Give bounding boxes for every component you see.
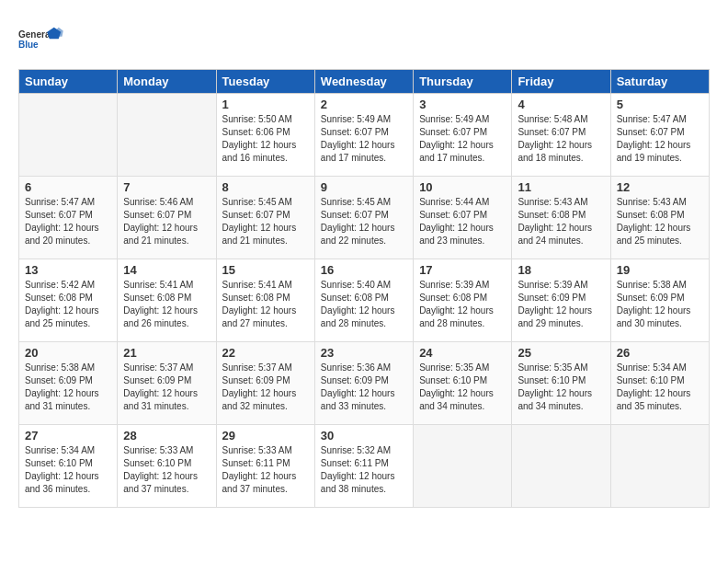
calendar-cell: 28Sunrise: 5:33 AM Sunset: 6:10 PM Dayli… [118, 425, 216, 508]
day-number: 22 [222, 346, 309, 360]
day-number: 7 [123, 180, 210, 194]
day-info: Sunrise: 5:36 AM Sunset: 6:09 PM Dayligh… [321, 362, 407, 413]
calendar-cell: 6Sunrise: 5:47 AM Sunset: 6:07 PM Daylig… [19, 177, 118, 259]
day-number: 13 [25, 263, 111, 277]
day-info: Sunrise: 5:35 AM Sunset: 6:10 PM Dayligh… [419, 362, 506, 413]
col-header-sunday: Sunday [19, 70, 118, 94]
day-number: 25 [518, 346, 604, 360]
day-info: Sunrise: 5:43 AM Sunset: 6:08 PM Dayligh… [518, 196, 604, 247]
col-header-monday: Monday [118, 70, 216, 94]
day-info: Sunrise: 5:50 AM Sunset: 6:06 PM Dayligh… [222, 113, 309, 165]
day-info: Sunrise: 5:47 AM Sunset: 6:07 PM Dayligh… [25, 196, 111, 247]
day-info: Sunrise: 5:49 AM Sunset: 6:07 PM Dayligh… [419, 113, 506, 165]
week-row-4: 20Sunrise: 5:38 AM Sunset: 6:09 PM Dayli… [19, 342, 710, 425]
day-number: 3 [419, 98, 506, 111]
day-number: 19 [617, 263, 703, 277]
calendar-cell: 7Sunrise: 5:46 AM Sunset: 6:07 PM Daylig… [118, 177, 216, 259]
col-header-tuesday: Tuesday [216, 70, 314, 94]
calendar-cell [610, 425, 709, 508]
day-number: 16 [321, 263, 407, 277]
calendar-cell: 27Sunrise: 5:34 AM Sunset: 6:10 PM Dayli… [19, 425, 118, 508]
day-info: Sunrise: 5:44 AM Sunset: 6:07 PM Dayligh… [419, 196, 506, 247]
calendar-cell: 19Sunrise: 5:38 AM Sunset: 6:09 PM Dayli… [610, 259, 709, 342]
calendar-cell: 22Sunrise: 5:37 AM Sunset: 6:09 PM Dayli… [216, 342, 314, 425]
day-number: 10 [419, 180, 506, 194]
day-number: 24 [419, 346, 506, 360]
day-info: Sunrise: 5:43 AM Sunset: 6:08 PM Dayligh… [617, 196, 703, 247]
calendar-cell: 21Sunrise: 5:37 AM Sunset: 6:09 PM Dayli… [118, 342, 216, 425]
calendar-cell: 13Sunrise: 5:42 AM Sunset: 6:08 PM Dayli… [19, 259, 118, 342]
calendar-cell: 30Sunrise: 5:32 AM Sunset: 6:11 PM Dayli… [314, 425, 413, 508]
calendar-cell [414, 425, 512, 508]
calendar-cell: 5Sunrise: 5:47 AM Sunset: 6:07 PM Daylig… [610, 94, 709, 177]
day-number: 17 [419, 263, 506, 277]
day-info: Sunrise: 5:33 AM Sunset: 6:11 PM Dayligh… [222, 444, 309, 496]
day-info: Sunrise: 5:46 AM Sunset: 6:07 PM Dayligh… [123, 196, 210, 247]
col-header-wednesday: Wednesday [314, 70, 413, 94]
logo-svg: General Blue [18, 18, 64, 60]
calendar-cell: 1Sunrise: 5:50 AM Sunset: 6:06 PM Daylig… [216, 94, 314, 177]
day-info: Sunrise: 5:40 AM Sunset: 6:08 PM Dayligh… [321, 279, 407, 330]
day-info: Sunrise: 5:34 AM Sunset: 6:10 PM Dayligh… [617, 362, 703, 413]
day-number: 20 [25, 346, 111, 360]
day-info: Sunrise: 5:38 AM Sunset: 6:09 PM Dayligh… [617, 279, 703, 330]
week-row-5: 27Sunrise: 5:34 AM Sunset: 6:10 PM Dayli… [19, 425, 710, 508]
day-info: Sunrise: 5:35 AM Sunset: 6:10 PM Dayligh… [518, 362, 604, 413]
day-info: Sunrise: 5:34 AM Sunset: 6:10 PM Dayligh… [25, 444, 111, 496]
day-number: 4 [518, 98, 604, 111]
svg-text:Blue: Blue [18, 40, 39, 50]
day-number: 2 [321, 98, 407, 111]
calendar-cell: 2Sunrise: 5:49 AM Sunset: 6:07 PM Daylig… [314, 94, 413, 177]
day-info: Sunrise: 5:45 AM Sunset: 6:07 PM Dayligh… [222, 196, 309, 247]
day-number: 12 [617, 180, 703, 194]
day-info: Sunrise: 5:47 AM Sunset: 6:07 PM Dayligh… [617, 113, 703, 165]
day-number: 1 [222, 98, 309, 111]
day-number: 6 [25, 180, 111, 194]
day-number: 9 [321, 180, 407, 194]
calendar-cell: 26Sunrise: 5:34 AM Sunset: 6:10 PM Dayli… [610, 342, 709, 425]
calendar-cell: 4Sunrise: 5:48 AM Sunset: 6:07 PM Daylig… [512, 94, 610, 177]
calendar-cell: 23Sunrise: 5:36 AM Sunset: 6:09 PM Dayli… [314, 342, 413, 425]
day-info: Sunrise: 5:37 AM Sunset: 6:09 PM Dayligh… [222, 362, 309, 413]
col-header-saturday: Saturday [610, 70, 709, 94]
svg-text:General: General [18, 29, 52, 40]
day-info: Sunrise: 5:37 AM Sunset: 6:09 PM Dayligh… [123, 362, 210, 413]
day-info: Sunrise: 5:45 AM Sunset: 6:07 PM Dayligh… [321, 196, 407, 247]
calendar-cell: 15Sunrise: 5:41 AM Sunset: 6:08 PM Dayli… [216, 259, 314, 342]
day-number: 27 [25, 429, 111, 442]
day-info: Sunrise: 5:39 AM Sunset: 6:08 PM Dayligh… [419, 279, 506, 330]
day-number: 11 [518, 180, 604, 194]
day-info: Sunrise: 5:33 AM Sunset: 6:10 PM Dayligh… [123, 444, 210, 496]
day-number: 15 [222, 263, 309, 277]
calendar-cell: 9Sunrise: 5:45 AM Sunset: 6:07 PM Daylig… [314, 177, 413, 259]
calendar-cell [512, 425, 610, 508]
day-number: 18 [518, 263, 604, 277]
day-number: 29 [222, 429, 309, 442]
day-info: Sunrise: 5:32 AM Sunset: 6:11 PM Dayligh… [321, 444, 407, 496]
calendar-cell [19, 94, 118, 177]
day-info: Sunrise: 5:48 AM Sunset: 6:07 PM Dayligh… [518, 113, 604, 165]
calendar-cell: 20Sunrise: 5:38 AM Sunset: 6:09 PM Dayli… [19, 342, 118, 425]
calendar-table: SundayMondayTuesdayWednesdayThursdayFrid… [18, 69, 710, 508]
calendar-cell [118, 94, 216, 177]
day-number: 26 [617, 346, 703, 360]
logo: General Blue [18, 18, 64, 60]
day-info: Sunrise: 5:39 AM Sunset: 6:09 PM Dayligh… [518, 279, 604, 330]
day-number: 23 [321, 346, 407, 360]
day-number: 5 [617, 98, 703, 111]
col-header-thursday: Thursday [414, 70, 512, 94]
calendar-cell: 8Sunrise: 5:45 AM Sunset: 6:07 PM Daylig… [216, 177, 314, 259]
day-info: Sunrise: 5:38 AM Sunset: 6:09 PM Dayligh… [25, 362, 111, 413]
calendar-cell: 24Sunrise: 5:35 AM Sunset: 6:10 PM Dayli… [414, 342, 512, 425]
week-row-1: 1Sunrise: 5:50 AM Sunset: 6:06 PM Daylig… [19, 94, 710, 177]
day-info: Sunrise: 5:41 AM Sunset: 6:08 PM Dayligh… [222, 279, 309, 330]
calendar-cell: 17Sunrise: 5:39 AM Sunset: 6:08 PM Dayli… [414, 259, 512, 342]
calendar-cell: 14Sunrise: 5:41 AM Sunset: 6:08 PM Dayli… [118, 259, 216, 342]
week-row-2: 6Sunrise: 5:47 AM Sunset: 6:07 PM Daylig… [19, 177, 710, 259]
col-header-friday: Friday [512, 70, 610, 94]
calendar-cell: 29Sunrise: 5:33 AM Sunset: 6:11 PM Dayli… [216, 425, 314, 508]
week-row-3: 13Sunrise: 5:42 AM Sunset: 6:08 PM Dayli… [19, 259, 710, 342]
day-number: 21 [123, 346, 210, 360]
calendar-cell: 18Sunrise: 5:39 AM Sunset: 6:09 PM Dayli… [512, 259, 610, 342]
calendar-cell: 12Sunrise: 5:43 AM Sunset: 6:08 PM Dayli… [610, 177, 709, 259]
